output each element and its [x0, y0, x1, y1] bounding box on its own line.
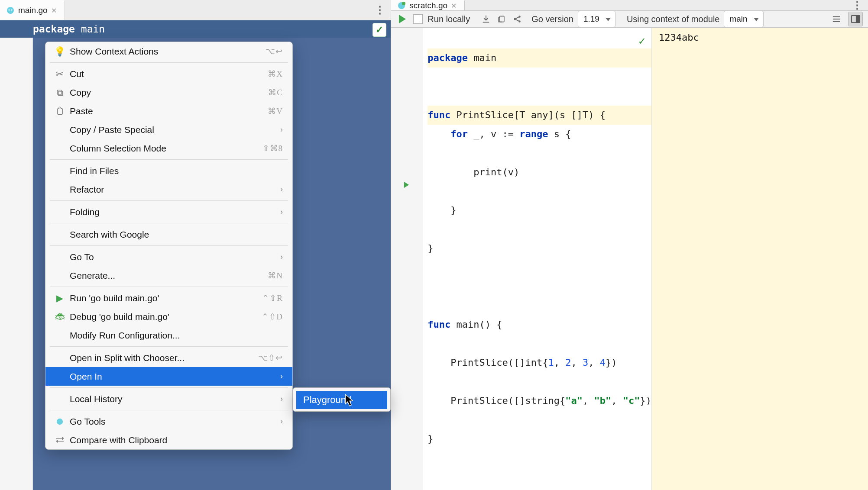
- paste-icon: 📋︎: [53, 106, 66, 116]
- chevron-right-icon: ›: [280, 185, 283, 194]
- play-icon: [399, 15, 406, 23]
- submenu-playground[interactable]: Playground: [296, 391, 387, 409]
- mouse-cursor-icon: [345, 394, 354, 407]
- cut-icon: ✂︎: [53, 69, 66, 79]
- run-locally-label: Run locally: [428, 14, 470, 24]
- go-scratch-file-icon: [397, 1, 406, 10]
- ctx-modify-run-config[interactable]: Modify Run Configuration...: [45, 326, 292, 345]
- soft-wrap-button[interactable]: [829, 12, 844, 26]
- more-vert-icon: ⋮: [375, 7, 385, 13]
- module-context-select[interactable]: main: [724, 11, 763, 27]
- svg-rect-5: [500, 16, 504, 22]
- ctx-paste[interactable]: 📋︎Paste⌘V: [45, 102, 292, 120]
- ctx-cut[interactable]: ✂︎Cut⌘X: [45, 64, 292, 83]
- right-editor[interactable]: package main func PrintSlice[T any](s []…: [391, 28, 868, 490]
- chevron-right-icon: ›: [280, 207, 283, 216]
- ctx-copy[interactable]: ⧉Copy⌘C: [45, 83, 292, 102]
- tab-main-go[interactable]: main.go ✕: [0, 0, 65, 20]
- left-tabbar: main.go ✕ ⋮: [0, 0, 391, 20]
- inspection-ok-icon[interactable]: ✓: [372, 23, 386, 37]
- tab-more-button[interactable]: ⋮: [369, 0, 391, 20]
- open-in-submenu: Playground: [293, 387, 391, 412]
- bug-icon: 🐞︎: [53, 312, 66, 322]
- chevron-right-icon: ›: [280, 394, 283, 403]
- svg-point-0: [7, 7, 14, 14]
- ctx-open-split[interactable]: Open in Split with Chooser...⌥⇧↩︎: [45, 348, 292, 367]
- bulb-icon: 💡: [53, 46, 66, 57]
- keyword-package: package: [33, 23, 75, 35]
- svg-point-11: [57, 418, 63, 424]
- ctx-local-history[interactable]: Local History›: [45, 390, 292, 408]
- ctx-run-build[interactable]: ▶Run 'go build main.go'⌃⇧R: [45, 289, 292, 307]
- ctx-find-in-files[interactable]: Find in Files: [45, 161, 292, 180]
- editor-context-menu: 💡 Show Context Actions ⌥↩︎ ✂︎Cut⌘X ⧉Copy…: [45, 42, 293, 450]
- package-name: main: [81, 23, 105, 35]
- tab-label: main.go: [18, 6, 48, 15]
- go-file-icon: [6, 6, 15, 15]
- tab-scratch-go[interactable]: scratch.go ✕: [391, 0, 465, 10]
- inspection-ok-icon[interactable]: ✓: [638, 31, 645, 50]
- go-version-select[interactable]: 1.19: [578, 11, 615, 27]
- ctx-debug-build[interactable]: 🐞︎Debug 'go build main.go'⌃⇧D: [45, 307, 292, 326]
- playground-toolbar: Run locally Go version 1.19 Using contex…: [391, 11, 868, 28]
- ctx-generate[interactable]: Generate...⌘N: [45, 266, 292, 285]
- go-version-label: Go version: [531, 14, 573, 24]
- more-vert-icon: ⋮: [852, 3, 863, 8]
- play-icon: ▶: [53, 293, 66, 303]
- output-text: 1234abc: [659, 32, 699, 43]
- ctx-go-to[interactable]: Go To›: [45, 248, 292, 266]
- close-tab-icon[interactable]: ✕: [51, 6, 57, 15]
- run-locally-checkbox[interactable]: [413, 14, 423, 24]
- download-icon[interactable]: [480, 13, 492, 25]
- run-button[interactable]: [396, 13, 408, 25]
- tab-label: scratch.go: [409, 1, 447, 10]
- diff-icon: ⮂: [53, 435, 66, 445]
- chevron-right-icon: ›: [280, 417, 283, 426]
- left-code-line-1: package main: [0, 20, 391, 38]
- ctx-refactor[interactable]: Refactor›: [45, 180, 292, 199]
- tab-more-button[interactable]: ⋮: [846, 0, 868, 10]
- run-gutter-icon[interactable]: [404, 182, 409, 188]
- copy-icon[interactable]: [496, 13, 507, 25]
- right-tabbar: scratch.go ✕ ⋮: [391, 0, 868, 11]
- ctx-show-context-actions[interactable]: 💡 Show Context Actions ⌥↩︎: [45, 42, 292, 61]
- chevron-right-icon: ›: [280, 252, 283, 261]
- ctx-folding[interactable]: Folding›: [45, 203, 292, 221]
- ctx-go-tools[interactable]: Go Tools›: [45, 412, 292, 431]
- chevron-right-icon: ›: [280, 372, 283, 381]
- right-editor-pane: scratch.go ✕ ⋮ Run locally Go version 1.…: [391, 0, 868, 490]
- left-gutter: [0, 38, 33, 490]
- output-panel: 1234abc: [651, 28, 868, 490]
- svg-rect-10: [856, 16, 859, 23]
- ctx-search-google[interactable]: Search with Google: [45, 225, 292, 244]
- context-label: Using context of module: [627, 14, 720, 24]
- ctx-copy-paste-special[interactable]: Copy / Paste Special›: [45, 120, 292, 139]
- ctx-compare-clipboard[interactable]: ⮂Compare with Clipboard: [45, 431, 292, 449]
- ctx-open-in[interactable]: Open In›: [45, 367, 292, 386]
- gopher-icon: [53, 418, 66, 426]
- code-area[interactable]: package main func PrintSlice[T any](s []…: [423, 28, 651, 490]
- close-tab-icon[interactable]: ✕: [451, 2, 457, 10]
- svg-point-4: [402, 2, 405, 5]
- side-panel-toggle[interactable]: [848, 12, 863, 26]
- ctx-column-selection[interactable]: Column Selection Mode⇧⌘8: [45, 139, 292, 158]
- copy-icon: ⧉: [53, 87, 66, 98]
- chevron-right-icon: ›: [280, 125, 283, 134]
- share-icon[interactable]: [512, 13, 523, 25]
- right-gutter: [391, 28, 423, 490]
- svg-point-2: [11, 9, 12, 10]
- svg-point-1: [8, 9, 10, 10]
